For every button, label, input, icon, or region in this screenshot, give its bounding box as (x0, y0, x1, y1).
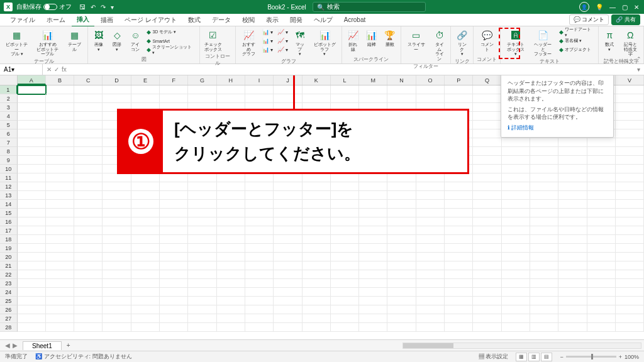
ribbon-折れ線[interactable]: 📈折れ線 (345, 28, 362, 53)
cell[interactable] (473, 191, 501, 200)
ribbon-テーブル[interactable]: ▦テーブル (64, 28, 86, 53)
select-all-corner[interactable] (0, 75, 18, 85)
cell[interactable] (359, 85, 387, 94)
cell[interactable] (558, 235, 587, 244)
cell[interactable] (274, 85, 302, 94)
tab-表示[interactable]: 表示 (261, 14, 284, 26)
cell[interactable] (131, 305, 160, 314)
cell[interactable] (74, 103, 103, 112)
row-header[interactable]: 6 (0, 129, 18, 138)
cell[interactable] (359, 288, 387, 297)
page-layout-view-button[interactable]: ▥ (528, 353, 540, 361)
cell[interactable] (587, 279, 616, 288)
cell[interactable] (359, 217, 387, 226)
cell[interactable] (18, 244, 46, 253)
cell[interactable] (587, 261, 616, 270)
cell[interactable] (160, 235, 188, 244)
cell[interactable] (587, 288, 616, 297)
cell[interactable] (616, 200, 644, 209)
cell[interactable] (387, 226, 416, 235)
cell[interactable] (558, 261, 587, 270)
cell[interactable] (74, 182, 103, 191)
cell[interactable] (188, 244, 216, 253)
cell[interactable] (217, 200, 245, 209)
cell[interactable] (245, 279, 274, 288)
cell[interactable] (502, 209, 530, 217)
cell[interactable] (245, 288, 274, 297)
cell[interactable] (445, 288, 473, 297)
normal-view-button[interactable]: ▦ (516, 353, 527, 361)
chart-type-mini[interactable]: 📈▾ (276, 36, 289, 45)
cell[interactable] (74, 147, 103, 156)
cell[interactable] (131, 279, 160, 288)
ribbon-ピボットテーブル[interactable]: ▦ピボットテー ブル ▾ (3, 28, 31, 58)
cell[interactable] (359, 200, 387, 209)
cell[interactable] (445, 253, 473, 261)
cell[interactable] (445, 200, 473, 209)
cell[interactable] (473, 138, 501, 147)
cell[interactable] (103, 279, 131, 288)
cell[interactable] (530, 200, 558, 209)
row-header[interactable]: 11 (0, 173, 18, 182)
cell[interactable] (445, 235, 473, 244)
column-header[interactable]: A (18, 75, 46, 85)
collapse-ribbon-icon[interactable]: ⌃ (636, 56, 641, 62)
cell[interactable] (445, 323, 473, 332)
ribbon-オブジェクト[interactable]: ◆オブジェクト (558, 45, 596, 54)
ribbon-ワードアート[interactable]: ◆ワードアート ▾ (558, 28, 596, 36)
row-header[interactable]: 1 (0, 85, 18, 94)
cell[interactable] (416, 94, 445, 103)
ribbon-勝敗[interactable]: 🏆勝敗 (382, 28, 398, 48)
tooltip-more-link[interactable]: ℹ 詳細情報 (508, 124, 607, 132)
cell[interactable] (274, 226, 302, 235)
cell[interactable] (616, 217, 644, 226)
row-header[interactable]: 13 (0, 191, 18, 200)
cell[interactable] (217, 182, 245, 191)
cell[interactable] (103, 217, 131, 226)
cell[interactable] (331, 253, 359, 261)
cell[interactable] (217, 253, 245, 261)
row-header[interactable]: 4 (0, 112, 18, 121)
cell[interactable] (530, 217, 558, 226)
cell[interactable] (274, 209, 302, 217)
row-header[interactable]: 26 (0, 305, 18, 314)
cell[interactable] (18, 217, 46, 226)
cell[interactable] (331, 217, 359, 226)
cell[interactable] (74, 112, 103, 121)
cell[interactable] (274, 182, 302, 191)
cell[interactable] (217, 305, 245, 314)
column-header[interactable]: I (245, 75, 274, 85)
cell[interactable] (18, 209, 46, 217)
cell[interactable] (616, 297, 644, 305)
maximize-icon[interactable]: ▢ (622, 4, 628, 11)
cell[interactable] (160, 191, 188, 200)
cell[interactable] (274, 253, 302, 261)
cell[interactable] (445, 297, 473, 305)
cell[interactable] (587, 191, 616, 200)
chart-type-mini[interactable]: 📈▾ (276, 45, 289, 54)
cell[interactable] (217, 209, 245, 217)
search-box[interactable]: 🔍 検索 (313, 2, 426, 12)
tab-挿入[interactable]: 挿入 (72, 13, 94, 27)
cell[interactable] (331, 279, 359, 288)
ribbon-ヘッダーとフッター[interactable]: 📄ヘッダーと フッター (530, 28, 556, 58)
cell[interactable] (188, 314, 216, 323)
cell[interactable] (103, 323, 131, 332)
cell[interactable] (530, 288, 558, 297)
cell[interactable] (303, 261, 331, 270)
cell[interactable] (160, 270, 188, 279)
ribbon-スクリーンショット[interactable]: ◆スクリーンショット ▾ (145, 45, 196, 54)
cell[interactable] (473, 261, 501, 270)
cell[interactable] (188, 253, 216, 261)
cell[interactable] (416, 323, 445, 332)
cell[interactable] (160, 297, 188, 305)
ribbon-ピボットグラフ[interactable]: 📊ピボットグラフ ▾ (310, 28, 339, 58)
zoom-out-icon[interactable]: − (560, 354, 563, 360)
cell[interactable] (188, 217, 216, 226)
cell[interactable] (530, 253, 558, 261)
ribbon-おすすめピボットテーブル[interactable]: 📊おすすめ ピボットテーブル (33, 28, 62, 58)
cell[interactable] (18, 147, 46, 156)
cell[interactable] (387, 94, 416, 103)
cell[interactable] (303, 209, 331, 217)
cell[interactable] (274, 314, 302, 323)
